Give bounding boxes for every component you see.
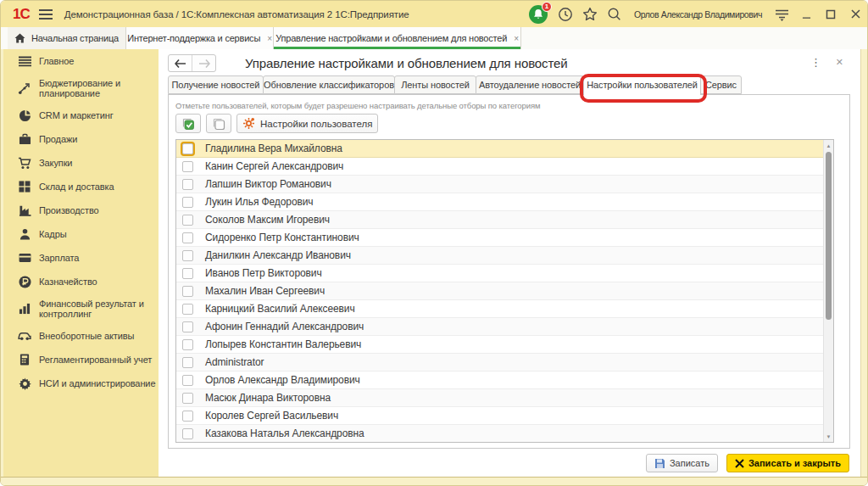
row-checkbox[interactable] <box>182 250 193 261</box>
save-button[interactable]: Записать <box>646 454 718 472</box>
list-scrollbar[interactable]: ▲ ▼ <box>823 140 833 442</box>
user-row[interactable]: Administrator <box>176 354 833 371</box>
user-row[interactable]: Орлов Александр Владимирович <box>176 371 833 389</box>
tab-home[interactable]: Начальная страница <box>8 27 126 49</box>
sidebar-item-label: Производство <box>39 205 156 215</box>
close-window-button[interactable] <box>847 6 864 23</box>
tab-news-feeds[interactable]: Ленты новостей <box>394 75 476 94</box>
sidebar-item-production[interactable]: Производство <box>3 198 159 222</box>
user-row[interactable]: Лапшин Виктор Романович <box>176 176 833 193</box>
row-checkbox[interactable] <box>182 215 193 226</box>
tab-news-receive[interactable]: Получение новостей <box>168 75 264 94</box>
user-row[interactable]: Афонин Геннадий Александрович <box>176 318 833 336</box>
sidebar-item-crm[interactable]: CRM и маркетинг <box>3 103 159 127</box>
app-window: 1С Демонстрационная база / 1С:Комплексна… <box>0 0 868 486</box>
user-row[interactable]: Лукин Илья Федорович <box>176 193 833 211</box>
maximize-button[interactable] <box>822 6 839 23</box>
1c-logo: 1С <box>13 6 30 23</box>
save-and-close-button[interactable]: Записать и закрыть <box>726 454 849 472</box>
notifications-button[interactable]: 1 <box>529 4 549 25</box>
row-checkbox[interactable] <box>182 179 193 190</box>
main-menu-icon[interactable] <box>39 9 53 20</box>
row-checkbox[interactable] <box>182 232 193 243</box>
current-user[interactable]: Орлов Александр Владимирович <box>634 9 762 20</box>
factory-icon <box>18 204 31 217</box>
user-row[interactable]: Канин Сергей Александрович <box>176 158 833 176</box>
sidebar-item-fixed-assets[interactable]: Внеоборотные активы <box>3 324 159 348</box>
tab-autodelete[interactable]: Автоудаление новостей <box>476 75 584 94</box>
close-form-icon[interactable]: ✕ <box>836 57 843 68</box>
tab-label: Настройки пользователей <box>587 80 698 90</box>
uncheck-all-icon <box>212 117 225 131</box>
sidebar-item-admin[interactable]: НСИ и администрирование <box>3 371 159 395</box>
tab-label: Начальная страница <box>31 33 119 43</box>
row-checkbox[interactable] <box>182 197 193 208</box>
user-row[interactable]: Сидоренко Петр Константинович <box>176 229 833 247</box>
sidebar-item-regulated[interactable]: Регламентированный учет <box>3 348 159 371</box>
user-row[interactable]: Иванов Петр Викторович <box>176 265 833 282</box>
row-checkbox[interactable] <box>182 357 193 368</box>
user-row[interactable]: Королев Сергей Васильевич <box>176 407 833 425</box>
user-row[interactable]: Лопырев Константин Валерьевич <box>176 336 833 354</box>
sidebar-item-sales[interactable]: Продажи <box>3 127 159 151</box>
sidebar-item-label: Финансовый результат и контроллинг <box>39 299 146 319</box>
tab-close-icon[interactable]: × <box>267 34 272 43</box>
sidebar-item-warehouse[interactable]: Склад и доставка <box>3 175 159 198</box>
sidebar-item-hr[interactable]: Кадры <box>3 222 159 246</box>
minimize-button[interactable] <box>798 6 815 23</box>
sidebar-item-label: Казначейство <box>39 277 156 287</box>
check-all-button[interactable] <box>175 114 201 133</box>
row-checkbox[interactable] <box>182 411 193 422</box>
sidebar-item-main[interactable]: Главное <box>3 49 159 73</box>
service-menu-button[interactable] <box>773 6 790 23</box>
row-checkbox[interactable] <box>182 143 193 154</box>
history-button[interactable] <box>557 6 574 23</box>
user-settings-button[interactable]: Настройки пользователя <box>236 114 378 133</box>
button-label: Записать и закрыть <box>748 458 841 468</box>
user-row[interactable]: Казакова Наталья Александровна <box>176 425 833 443</box>
row-checkbox[interactable] <box>182 393 193 404</box>
tab-close-icon[interactable]: × <box>514 34 519 43</box>
sidebar-item-treasury[interactable]: Казначейство <box>3 270 159 293</box>
window-title: Демонстрационная база / 1С:Комплексная а… <box>64 9 409 20</box>
tab-service[interactable]: Сервис <box>700 75 742 94</box>
close-x-icon <box>735 459 744 468</box>
more-actions-icon[interactable]: ⋮ <box>810 56 821 69</box>
row-checkbox[interactable] <box>182 321 193 332</box>
sidebar-item-label: Кадры <box>39 229 156 239</box>
user-row[interactable]: Соколов Максим Игоревич <box>176 211 833 229</box>
cart-icon <box>18 156 31 170</box>
row-checkbox[interactable] <box>182 375 193 386</box>
user-name: Афонин Геннадий Александрович <box>205 321 364 332</box>
sidebar-item-budgeting[interactable]: Бюджетирование и планирование <box>3 73 159 103</box>
forward-button[interactable] <box>192 55 215 71</box>
tab-classifier-update[interactable]: Обновление классификаторов <box>263 75 395 94</box>
sidebar-item-purchases[interactable]: Закупки <box>3 151 159 175</box>
tab-internet-support[interactable]: Интернет-поддержка и сервисы × <box>126 27 274 49</box>
user-name: Канин Сергей Александрович <box>205 160 343 172</box>
back-button[interactable] <box>169 55 192 71</box>
user-row[interactable]: Карницкий Василий Алексеевич <box>176 300 833 318</box>
scroll-down-icon[interactable]: ▼ <box>824 432 833 441</box>
scroll-up-icon[interactable]: ▲ <box>824 141 833 150</box>
row-checkbox[interactable] <box>182 161 193 172</box>
tab-news-settings[interactable]: Управление настройками и обновлением для… <box>274 27 521 49</box>
user-row[interactable]: Данилкин Александр Иванович <box>176 247 833 265</box>
favorites-star-button[interactable] <box>581 6 598 23</box>
window-tab-bar: Начальная страница Интернет-поддержка и … <box>1 27 868 49</box>
row-checkbox[interactable] <box>182 268 193 279</box>
search-button[interactable] <box>606 6 623 23</box>
sidebar-item-finance[interactable]: Финансовый результат и контроллинг <box>3 293 159 324</box>
uncheck-all-button[interactable] <box>206 114 231 133</box>
sidebar-item-salary[interactable]: Зарплата <box>3 246 159 270</box>
row-checkbox[interactable] <box>182 304 193 315</box>
user-row[interactable]: Масюк Динара Викторовна <box>176 389 833 407</box>
row-checkbox[interactable] <box>182 428 193 439</box>
scroll-thumb[interactable] <box>826 152 832 320</box>
tab-user-settings[interactable]: Настройки пользователей <box>583 75 701 95</box>
row-checkbox[interactable] <box>182 286 193 297</box>
user-row[interactable]: Гладилина Вера Михайловна <box>176 140 833 158</box>
row-checkbox[interactable] <box>182 339 193 350</box>
sidebar-item-label: Склад и доставка <box>39 182 156 192</box>
user-row[interactable]: Махалин Иван Сергеевич <box>176 282 833 300</box>
